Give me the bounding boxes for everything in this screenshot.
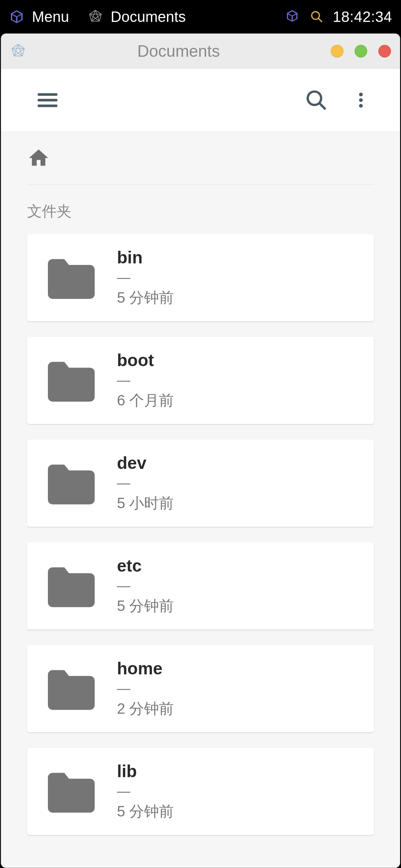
cube-icon[interactable] xyxy=(9,9,25,24)
maximize-button[interactable] xyxy=(355,45,367,57)
folder-icon xyxy=(42,357,101,404)
minimize-button[interactable] xyxy=(331,45,343,57)
hamburger-menu-button[interactable] xyxy=(31,83,64,117)
folder-name: boot xyxy=(117,350,174,370)
folder-icon xyxy=(42,254,101,301)
folder-size: — xyxy=(117,681,174,696)
system-menu-label[interactable]: Menu xyxy=(32,9,69,25)
folder-size: — xyxy=(117,372,174,388)
folder-size: — xyxy=(117,475,174,491)
home-icon[interactable] xyxy=(27,147,374,170)
app-window: Documents 文件夹 bin—5 分钟前boot—6 个月前dev—5 小… xyxy=(1,33,400,868)
folder-time: 5 小时前 xyxy=(117,493,174,513)
folder-item[interactable]: dev—5 小时前 xyxy=(27,440,374,527)
app-wireframe-icon xyxy=(10,43,26,59)
folder-time: 5 分钟前 xyxy=(117,801,174,822)
close-button[interactable] xyxy=(378,45,391,57)
breadcrumb xyxy=(27,132,374,185)
svg-point-1 xyxy=(312,12,320,20)
svg-rect-4 xyxy=(38,93,57,96)
svg-point-10 xyxy=(359,98,363,102)
folder-item[interactable]: etc—5 分钟前 xyxy=(27,542,374,629)
folder-name: etc xyxy=(117,556,174,576)
section-label: 文件夹 xyxy=(27,185,374,234)
svg-point-9 xyxy=(359,92,363,96)
wireframe-icon[interactable] xyxy=(88,9,103,24)
more-options-button[interactable] xyxy=(344,83,378,117)
folder-time: 2 分钟前 xyxy=(117,698,174,719)
tray-search-icon[interactable] xyxy=(310,10,324,24)
window-controls xyxy=(331,45,391,57)
search-button[interactable] xyxy=(300,83,333,117)
window-titlebar[interactable]: Documents xyxy=(1,34,400,69)
folder-size: — xyxy=(117,783,174,799)
svg-point-7 xyxy=(308,91,321,105)
window-title: Documents xyxy=(26,42,331,60)
system-app-label[interactable]: Documents xyxy=(111,9,186,25)
folder-time: 6 个月前 xyxy=(117,390,174,411)
svg-point-11 xyxy=(359,104,363,108)
folder-name: dev xyxy=(117,453,174,473)
svg-rect-5 xyxy=(38,99,57,101)
folder-name: home xyxy=(117,658,174,678)
folder-item[interactable]: lib—5 分钟前 xyxy=(27,748,374,835)
svg-rect-6 xyxy=(38,104,57,107)
svg-line-8 xyxy=(320,103,326,109)
folder-item[interactable]: boot—6 个月前 xyxy=(27,337,374,424)
system-bar: Menu Documents 18:42:34 xyxy=(0,0,401,33)
folder-icon xyxy=(42,460,101,507)
folder-icon xyxy=(42,563,101,609)
folder-list: bin—5 分钟前boot—6 个月前dev—5 小时前etc—5 分钟前hom… xyxy=(27,234,374,835)
folder-time: 5 分钟前 xyxy=(117,287,174,308)
folder-size: — xyxy=(117,578,174,594)
folder-icon xyxy=(42,768,101,815)
folder-time: 5 分钟前 xyxy=(117,596,174,616)
app-toolbar xyxy=(1,69,400,132)
folder-icon xyxy=(42,665,101,712)
tray-cube-icon[interactable] xyxy=(285,9,301,24)
svg-line-2 xyxy=(319,19,322,22)
clock: 18:42:34 xyxy=(333,9,392,25)
content-area: 文件夹 bin—5 分钟前boot—6 个月前dev—5 小时前etc—5 分钟… xyxy=(1,132,400,868)
folder-name: bin xyxy=(117,247,174,267)
folder-item[interactable]: home—2 分钟前 xyxy=(27,645,374,732)
folder-item[interactable]: bin—5 分钟前 xyxy=(27,234,374,321)
folder-size: — xyxy=(117,270,174,285)
folder-name: lib xyxy=(117,761,174,781)
